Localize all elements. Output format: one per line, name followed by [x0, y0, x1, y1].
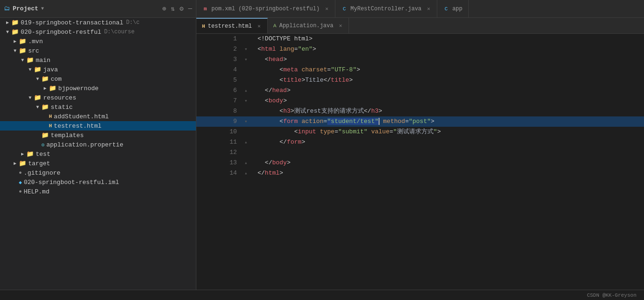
code-editor[interactable]: 1 <!DOCTYPE html> 2 ▾ <html lang="en"> 3…	[196, 34, 644, 290]
line-num-8: 8	[196, 106, 244, 116]
sidebar-item-bjpowernode[interactable]: ▶ 📁 bjpowernode	[0, 84, 196, 93]
item-label-help: HELP.md	[24, 188, 50, 195]
arrow-static: ▼	[34, 103, 41, 111]
code-line-13: 13 ▴ </body>	[196, 158, 644, 168]
line-num-5: 5	[196, 75, 244, 85]
dropdown-arrow: ▼	[41, 6, 44, 11]
arrow-java: ▼	[26, 66, 34, 73]
sidebar-item-020[interactable]: ▼ 📁 020-springboot-restful D:\course	[0, 27, 196, 37]
folder-icon-020: 📁	[11, 28, 19, 36]
arrow-020: ▼	[4, 28, 11, 36]
item-label-020: 020-springboot-restful	[21, 29, 101, 36]
arrow-main: ▼	[19, 56, 26, 64]
sidebar-item-appprops[interactable]: ⚙ application.propertie	[0, 140, 196, 149]
gutter-2: ▾	[244, 44, 254, 54]
item-label-test: test	[36, 151, 50, 158]
code-line-6: 6 ▴ </head>	[196, 85, 644, 96]
tab-pom-xml[interactable]: m pom.xml (020-springboot-restful) ✕	[196, 0, 335, 17]
code-line-12: 12	[196, 147, 644, 158]
sidebar-item-target[interactable]: ▶ 📁 target	[0, 159, 196, 168]
credit-text: CSDN @KK-Greyson	[587, 292, 636, 298]
line-code-4: <meta charset="UTF-8">	[254, 65, 644, 75]
testrest-tab-icon: H	[202, 23, 205, 29]
tab-myrest-controller[interactable]: C MyRestController.java ✕	[335, 0, 437, 17]
tab-app-partial[interactable]: C app	[437, 0, 469, 17]
tab-pom-close[interactable]: ✕	[324, 5, 329, 13]
arrow-appprops	[34, 141, 41, 148]
item-label-iml: 020-springboot-restful.iml	[24, 179, 119, 186]
tab-myrest-label: MyRestController.java	[350, 6, 421, 12]
item-label-testrest: testrest.html	[54, 123, 101, 130]
sidebar-item-java[interactable]: ▼ 📁 java	[0, 65, 196, 74]
html-icon-addstudent: H	[49, 114, 52, 119]
tab-testrest-close[interactable]: ✕	[256, 22, 262, 30]
line-code-13: </body>	[254, 158, 644, 168]
arrow-templates	[34, 131, 41, 139]
tab-appjava-close[interactable]: ✕	[338, 22, 343, 30]
sidebar-item-com[interactable]: ▼ 📁 com	[0, 74, 196, 84]
sidebar-item-resources[interactable]: ▼ 📁 resources	[0, 93, 196, 102]
tab-testrest-html[interactable]: H testrest.html ✕	[196, 18, 268, 33]
sidebar-item-019[interactable]: ▶ 📁 019-springboot-transactional D:\c	[0, 18, 196, 27]
arrow-com: ▼	[34, 75, 41, 83]
pom-tab-icon: m	[202, 6, 209, 12]
gutter-8	[244, 106, 254, 116]
project-title: Project	[13, 5, 39, 12]
folder-icon-static: 📁	[41, 103, 49, 111]
sidebar-item-src[interactable]: ▼ 📁 src	[0, 46, 196, 55]
gutter-14: ▴	[244, 168, 254, 178]
line-code-5: <title>Title</title>	[254, 75, 644, 85]
line-num-11: 11	[196, 137, 244, 147]
tab-app-label: app	[452, 6, 463, 12]
sidebar-item-addstudent[interactable]: H addStudent.html	[0, 112, 196, 121]
line-code-3: <head>	[254, 54, 644, 65]
item-label-static: static	[51, 104, 73, 111]
sidebar-item-iml[interactable]: ◆ 020-springboot-restful.iml	[0, 177, 196, 187]
project-icon: 🗂	[4, 5, 10, 12]
project-sidebar: ▶ 📁 019-springboot-transactional D:\c ▼ …	[0, 18, 196, 290]
settings-icon[interactable]: ⚙	[179, 5, 183, 13]
gutter-4	[244, 65, 254, 75]
arrow-019: ▶	[4, 19, 11, 26]
sidebar-item-test[interactable]: ▶ 📁 test	[0, 149, 196, 159]
item-label-target: target	[28, 160, 50, 167]
line-num-14: 14	[196, 168, 244, 178]
tab-testrest-label: testrest.html	[208, 23, 252, 30]
sidebar-item-gitignore[interactable]: ● .gitignore	[0, 168, 196, 177]
arrow-testrest	[41, 122, 49, 130]
sidebar-item-mvn[interactable]: ▶ 📁 .mvn	[0, 37, 196, 46]
gutter-5	[244, 75, 254, 85]
sidebar-item-static[interactable]: ▼ 📁 static	[0, 102, 196, 112]
gutter-3: ▾	[244, 54, 254, 65]
sidebar-item-main[interactable]: ▼ 📁 main	[0, 55, 196, 65]
code-line-2: 2 ▾ <html lang="en">	[196, 44, 644, 54]
main-tabs-area: m pom.xml (020-springboot-restful) ✕ C M…	[196, 0, 644, 17]
tab-myrest-close[interactable]: ✕	[426, 5, 431, 13]
sync-icon[interactable]: ⇅	[171, 5, 175, 13]
folder-icon-mvn: 📁	[19, 38, 26, 45]
item-label-resources: resources	[43, 94, 76, 101]
sidebar-item-templates[interactable]: 📁 templates	[0, 131, 196, 140]
line-num-1: 1	[196, 34, 244, 44]
editor-area: H testrest.html ✕ A Application.java ✕ 1…	[196, 18, 644, 290]
item-label-appprops: application.propertie	[47, 141, 124, 148]
code-line-9: 9 ▾ <form action="student/test" method="…	[196, 116, 644, 127]
line-code-8: <h3>测试rest支持的请求方式</h3>	[254, 106, 644, 116]
folder-icon-com: 📁	[41, 75, 49, 83]
line-code-11: </form>	[254, 137, 644, 147]
sidebar-item-testrest[interactable]: H testrest.html	[0, 121, 196, 131]
line-code-12	[254, 147, 644, 158]
add-icon[interactable]: ⊕	[162, 5, 166, 13]
collapse-icon[interactable]: —	[188, 5, 192, 13]
tab-appjava-label: Application.java	[279, 23, 333, 29]
code-line-8: 8 <h3>测试rest支持的请求方式</h3>	[196, 106, 644, 116]
folder-icon-target: 📁	[19, 160, 26, 167]
line-code-6: </head>	[254, 85, 644, 96]
line-code-2: <html lang="en">	[254, 44, 644, 54]
folder-icon-resources: 📁	[34, 94, 41, 101]
iml-icon: ◆	[19, 179, 22, 185]
sidebar-item-help[interactable]: ● HELP.md	[0, 187, 196, 196]
tab-application-java[interactable]: A Application.java ✕	[268, 18, 349, 33]
item-label-bjpowernode: bjpowernode	[58, 85, 99, 92]
code-line-3: 3 ▾ <head>	[196, 54, 644, 65]
